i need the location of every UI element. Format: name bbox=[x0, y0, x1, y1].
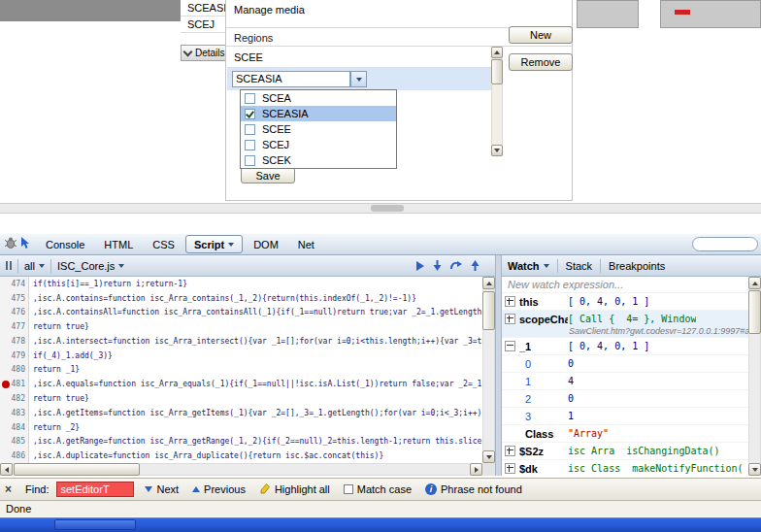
code-line[interactable]: 477return true} bbox=[0, 319, 482, 334]
code-line[interactable]: 475,isc.A.contains=function isc_Arra_con… bbox=[0, 291, 482, 306]
dropdown-option[interactable]: SCEASIA bbox=[241, 106, 396, 121]
side-tab-breakpoints[interactable]: Breakpoints bbox=[609, 260, 665, 272]
expand-icon[interactable] bbox=[505, 463, 515, 474]
option-checkbox[interactable] bbox=[245, 109, 255, 119]
side-tab-stack[interactable]: Stack bbox=[566, 260, 593, 272]
line-number-gutter[interactable]: 486 bbox=[0, 449, 29, 463]
watch-row[interactable]: 31 bbox=[502, 408, 748, 425]
find-previous-button[interactable]: Previous bbox=[189, 482, 248, 496]
region-list-item[interactable]: SCEJ bbox=[181, 17, 226, 33]
tab-html[interactable]: HTML bbox=[95, 235, 142, 253]
tab-net[interactable]: Net bbox=[289, 235, 323, 253]
code-line[interactable]: 484return _2} bbox=[0, 420, 482, 435]
page-horizontal-scrollbar[interactable] bbox=[0, 203, 761, 214]
script-file-dropdown[interactable]: ISC_Core.js bbox=[57, 260, 124, 272]
expand-icon[interactable] bbox=[505, 446, 515, 456]
collapse-icon[interactable] bbox=[505, 341, 515, 351]
pane-splitter[interactable] bbox=[495, 255, 502, 476]
expand-icon[interactable] bbox=[505, 314, 515, 324]
region-combobox-value[interactable]: SCEASIA bbox=[232, 71, 350, 87]
tab-script[interactable]: Script bbox=[185, 235, 243, 253]
line-number-gutter[interactable]: 484 bbox=[0, 420, 29, 435]
code-line[interactable]: 476,isc.A.containsAll=function isc_Arra_… bbox=[0, 306, 482, 320]
scroll-right-button[interactable] bbox=[470, 463, 482, 476]
scroll-up-button[interactable] bbox=[482, 277, 495, 289]
code-line[interactable]: 479if(_4)_1.add(_3)} bbox=[0, 349, 482, 363]
expand-icon[interactable] bbox=[505, 296, 515, 307]
line-number-gutter[interactable]: 482 bbox=[0, 391, 29, 406]
side-tab-watch[interactable]: Watch bbox=[508, 260, 549, 272]
option-checkbox[interactable] bbox=[245, 155, 255, 166]
scroll-up-button[interactable] bbox=[748, 277, 761, 289]
match-case-checkbox[interactable]: Match case bbox=[341, 482, 414, 496]
watch-row[interactable]: Class"Array" bbox=[502, 425, 748, 443]
watch-row[interactable]: $S2zisc_Arra__isChangingData() bbox=[502, 443, 748, 460]
dropdown-option[interactable]: SCEE bbox=[241, 121, 396, 137]
scrollbar-thumb[interactable] bbox=[482, 291, 495, 330]
code-line[interactable]: 478,isc.A.intersect=function isc_Arra_in… bbox=[0, 334, 482, 349]
firebug-menu-icon[interactable] bbox=[4, 236, 17, 253]
region-list-item[interactable]: SCEASIA bbox=[181, 0, 226, 17]
scrollbar-thumb[interactable] bbox=[371, 205, 404, 212]
scroll-up-button[interactable] bbox=[491, 47, 503, 58]
code-line[interactable]: 480return _1} bbox=[0, 363, 482, 378]
details-section-header[interactable]: Details bbox=[181, 45, 226, 61]
find-input[interactable] bbox=[56, 482, 134, 497]
scroll-down-button[interactable] bbox=[748, 463, 761, 476]
watch-row[interactable]: scopeChain[ Call { _4= }, Window SawClie… bbox=[502, 311, 748, 338]
continue-icon[interactable] bbox=[415, 257, 424, 275]
watch-row[interactable]: _1[ 0, 4, 0, 1 ] bbox=[502, 338, 748, 355]
code-line[interactable]: 482return true} bbox=[0, 391, 482, 406]
step-into-icon[interactable] bbox=[433, 257, 442, 275]
watch-row[interactable]: 20 bbox=[502, 390, 748, 408]
dropdown-option[interactable]: SCEJ bbox=[241, 137, 396, 152]
watch-row[interactable]: 00 bbox=[502, 355, 748, 373]
region-row[interactable]: SCEE bbox=[227, 47, 491, 68]
scrollbar-thumb[interactable] bbox=[491, 59, 503, 84]
line-number-gutter[interactable]: 481 bbox=[0, 377, 29, 391]
step-over-icon[interactable] bbox=[450, 257, 462, 275]
search-input[interactable] bbox=[692, 237, 758, 251]
line-number-gutter[interactable]: 478 bbox=[0, 334, 29, 349]
code-line[interactable]: 486,isc.A.duplicate=function isc_Arra_du… bbox=[0, 449, 482, 463]
code-line[interactable]: 474if(this[i]==_1)return i;return-1} bbox=[0, 277, 482, 291]
find-close-button[interactable]: × bbox=[5, 483, 17, 496]
line-number-gutter[interactable]: 475 bbox=[0, 291, 29, 306]
script-filter-dropdown[interactable]: all bbox=[24, 260, 45, 272]
find-next-button[interactable]: Next bbox=[142, 482, 182, 496]
tab-dom[interactable]: DOM bbox=[245, 235, 287, 253]
tab-css[interactable]: CSS bbox=[144, 235, 183, 253]
dropdown-option[interactable]: SCEK bbox=[241, 152, 396, 168]
scroll-down-button[interactable] bbox=[491, 145, 503, 156]
line-number-gutter[interactable]: 480 bbox=[0, 363, 29, 378]
scroll-left-button[interactable] bbox=[0, 463, 13, 476]
watch-row[interactable]: this[ 0, 4, 0, 1 ] bbox=[502, 293, 748, 311]
scroll-down-button[interactable] bbox=[482, 450, 495, 463]
highlight-all-button[interactable]: Highlight all bbox=[256, 482, 333, 497]
break-on-next-icon[interactable] bbox=[6, 261, 12, 270]
line-number-gutter[interactable]: 479 bbox=[0, 349, 29, 363]
dropdown-option[interactable]: SCEA bbox=[241, 90, 396, 106]
step-out-icon[interactable] bbox=[471, 257, 480, 275]
watch-row[interactable]: $dkisc_Class__makeNotifyFunction(_1, _2) bbox=[502, 460, 748, 476]
save-button[interactable]: Save bbox=[241, 167, 295, 183]
region-edit-row[interactable]: SCEASIA bbox=[227, 68, 491, 90]
tab-console[interactable]: Console bbox=[37, 235, 93, 253]
scrollbar-thumb[interactable] bbox=[14, 463, 140, 476]
new-watch-expression[interactable]: New watch expression... bbox=[502, 277, 748, 293]
option-checkbox[interactable] bbox=[245, 140, 255, 150]
new-button[interactable]: New bbox=[509, 26, 573, 44]
code-line[interactable]: 481,isc.A.equals=function isc_Arra_equal… bbox=[0, 377, 482, 391]
line-number-gutter[interactable]: 485 bbox=[0, 434, 29, 449]
scrollbar-thumb[interactable] bbox=[748, 290, 761, 334]
line-number-gutter[interactable]: 474 bbox=[0, 277, 29, 291]
remove-button[interactable]: Remove bbox=[509, 53, 573, 71]
breakpoint-dot[interactable] bbox=[2, 381, 10, 388]
option-checkbox[interactable] bbox=[245, 124, 255, 135]
option-checkbox[interactable] bbox=[245, 93, 255, 104]
code-line[interactable]: 483,isc.A.getItems=function isc_Arra_get… bbox=[0, 406, 482, 420]
line-number-gutter[interactable]: 477 bbox=[0, 319, 29, 334]
line-number-gutter[interactable]: 483 bbox=[0, 406, 29, 420]
watch-row[interactable]: 14 bbox=[502, 373, 748, 390]
code-line[interactable]: 485,isc.A.getRange=function isc_Arra_get… bbox=[0, 434, 482, 449]
